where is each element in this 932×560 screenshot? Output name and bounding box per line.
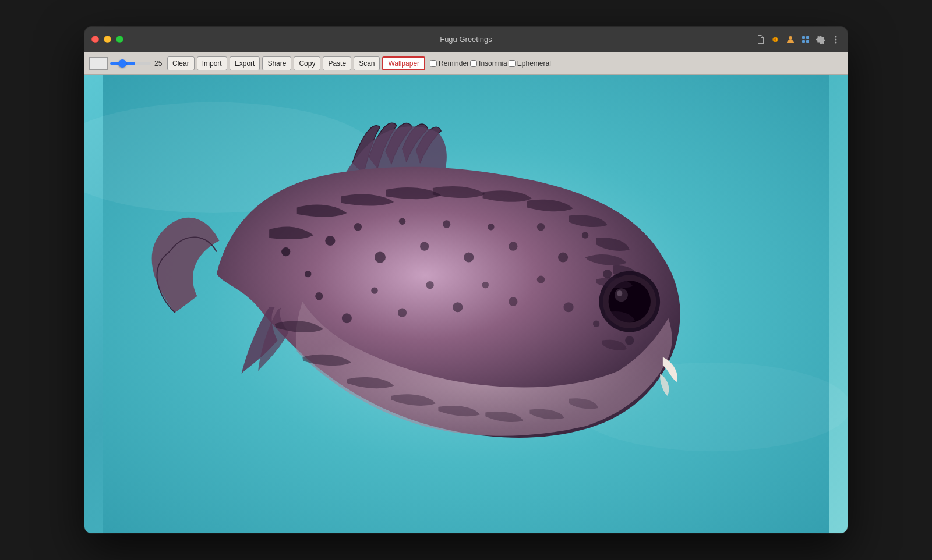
- svg-point-32: [371, 287, 377, 293]
- titlebar-actions: [756, 35, 841, 44]
- ephemeral-checkbox[interactable]: [509, 60, 516, 67]
- svg-point-24: [537, 223, 545, 231]
- reminder-label: Reminder: [439, 59, 469, 68]
- svg-point-26: [582, 232, 588, 238]
- extensions-icon[interactable]: [771, 35, 780, 44]
- svg-point-27: [603, 270, 612, 278]
- wallpaper-button[interactable]: Wallpaper: [382, 56, 425, 70]
- svg-point-22: [488, 224, 494, 230]
- svg-point-45: [617, 290, 623, 296]
- reminder-checkbox-label[interactable]: Reminder: [430, 59, 469, 68]
- slider-value: 25: [154, 59, 165, 68]
- svg-rect-5: [802, 40, 805, 43]
- svg-point-38: [537, 275, 545, 283]
- traffic-lights: [91, 36, 123, 43]
- close-button[interactable]: [91, 36, 99, 43]
- window-title: Fugu Greetings: [440, 35, 492, 44]
- svg-point-35: [453, 302, 463, 312]
- color-swatch[interactable]: [89, 57, 108, 70]
- user-icon[interactable]: [786, 35, 795, 44]
- svg-point-17: [375, 252, 386, 263]
- svg-point-19: [420, 242, 429, 250]
- svg-point-29: [625, 336, 634, 345]
- export-button[interactable]: Export: [230, 56, 260, 70]
- svg-point-33: [398, 309, 407, 317]
- svg-point-9: [835, 41, 837, 43]
- svg-point-31: [342, 313, 352, 323]
- svg-point-18: [399, 218, 405, 224]
- paste-button[interactable]: Paste: [323, 56, 351, 70]
- svg-point-36: [482, 282, 489, 288]
- ephemeral-label: Ephemeral: [517, 59, 551, 68]
- svg-point-37: [509, 297, 517, 306]
- svg-rect-4: [806, 36, 809, 39]
- gear-icon[interactable]: [816, 35, 825, 44]
- more-menu-icon[interactable]: [831, 35, 841, 44]
- toolbar: 25 Clear Import Export Share Copy Paste …: [84, 52, 848, 75]
- svg-point-16: [354, 223, 362, 231]
- svg-point-25: [558, 252, 568, 262]
- share-button[interactable]: Share: [262, 56, 291, 70]
- insomnia-checkbox-label[interactable]: Insomnia: [470, 59, 507, 68]
- svg-rect-3: [802, 36, 805, 39]
- svg-point-40: [593, 321, 599, 327]
- insomnia-checkbox[interactable]: [470, 60, 477, 67]
- insomnia-label: Insomnia: [479, 59, 507, 68]
- size-slider[interactable]: [110, 62, 151, 65]
- svg-point-21: [464, 252, 474, 262]
- options-checkboxes: Reminder Insomnia Ephemeral: [430, 59, 551, 68]
- svg-point-34: [426, 281, 433, 289]
- svg-point-39: [563, 302, 573, 312]
- titlebar: Fugu Greetings: [84, 27, 848, 52]
- svg-point-1: [774, 38, 776, 41]
- svg-point-23: [509, 242, 517, 250]
- svg-point-14: [305, 271, 311, 277]
- size-slider-container: 25: [110, 59, 165, 68]
- svg-point-7: [835, 36, 837, 37]
- clear-button[interactable]: Clear: [167, 56, 195, 70]
- svg-point-15: [325, 236, 335, 246]
- canvas-area[interactable]: [84, 75, 848, 533]
- svg-point-20: [443, 220, 450, 228]
- import-button[interactable]: Import: [197, 56, 227, 70]
- svg-point-2: [789, 36, 792, 40]
- svg-rect-6: [806, 40, 809, 43]
- file-icon[interactable]: [756, 35, 765, 44]
- scan-button[interactable]: Scan: [354, 56, 380, 70]
- ephemeral-checkbox-label[interactable]: Ephemeral: [509, 59, 551, 68]
- svg-point-13: [281, 247, 290, 256]
- reminder-checkbox[interactable]: [430, 60, 437, 67]
- maximize-button[interactable]: [116, 36, 123, 43]
- fish-illustration: [84, 75, 848, 533]
- puzzle-icon[interactable]: [801, 35, 810, 44]
- svg-point-8: [835, 38, 837, 40]
- app-window: Fugu Greetings: [84, 27, 848, 533]
- minimize-button[interactable]: [104, 36, 111, 43]
- svg-point-30: [315, 292, 323, 300]
- copy-button[interactable]: Copy: [294, 56, 320, 70]
